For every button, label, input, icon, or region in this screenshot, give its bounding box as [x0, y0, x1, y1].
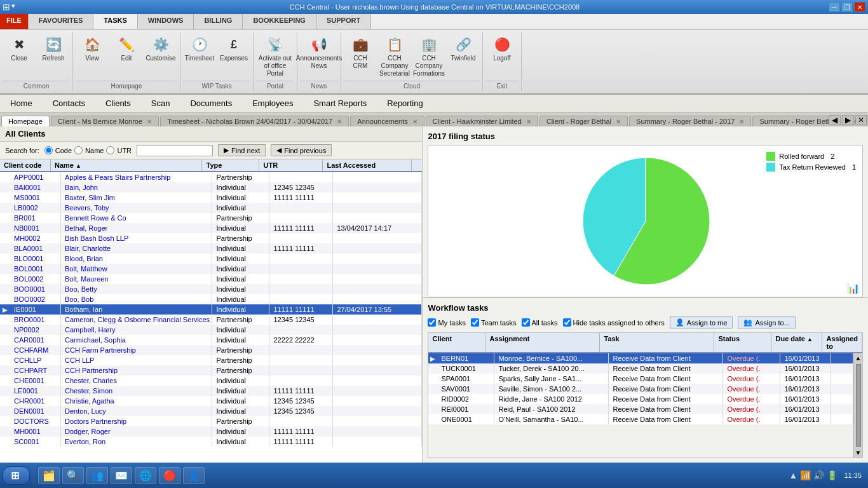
ribbon-tab-bookkeeping[interactable]: BOOKKEEPING: [243, 14, 316, 29]
ribbon-tab-windows[interactable]: WINDOWS: [138, 14, 194, 29]
close-tab-timesheet[interactable]: ✕: [337, 118, 342, 125]
close-button[interactable]: ✕: [854, 2, 865, 12]
table-row[interactable]: BR001Bennett Rowe & CoPartnership: [0, 213, 422, 223]
cch-crm-button[interactable]: 💼 CCH CRM: [344, 32, 377, 72]
close-tab-bernice[interactable]: ✕: [147, 118, 152, 125]
table-row[interactable]: SC0001Everton, RonIndividual11111 11111: [0, 437, 422, 447]
client-name-link[interactable]: Bennett Rowe & Co: [65, 214, 126, 222]
search-input[interactable]: [137, 145, 213, 156]
client-code-link[interactable]: BOL0002: [14, 275, 43, 283]
wf-row[interactable]: ONE0001 O'Neill, Samantha - SA10... Rece…: [428, 414, 853, 424]
client-name-link[interactable]: Christie, Agatha: [65, 397, 114, 405]
client-code-link[interactable]: NB0001: [14, 224, 39, 232]
twinfield-button[interactable]: 🔗 Twinfield: [447, 32, 480, 64]
assign-to-button[interactable]: 👥 Assign to...: [738, 316, 795, 329]
client-name-link[interactable]: Blair, Charlotte: [65, 245, 111, 252]
expenses-button[interactable]: £ Expenses: [217, 32, 250, 64]
client-name-link[interactable]: Beevers, Toby: [65, 204, 109, 212]
logoff-button[interactable]: 🔴 Logoff: [485, 32, 519, 64]
table-row[interactable]: CCHLLPCCH LLPPartnership: [0, 355, 422, 365]
client-code-link[interactable]: BOO0002: [14, 295, 45, 303]
table-row[interactable]: NB0001Bethal, RogerIndividual11111 11111…: [0, 223, 422, 233]
assign-to-me-button[interactable]: 👤 Assign to me: [670, 316, 733, 329]
wf-row[interactable]: REI0001 Reid, Paul - SA100 2012 Receive …: [428, 404, 853, 414]
table-row[interactable]: DEN0001Denton, LucyIndividual12345 12345: [0, 406, 422, 416]
wf-col-assigned[interactable]: Assigned to: [822, 333, 862, 352]
table-row[interactable]: CCHFARMCCH Farm PartnershipPartnership: [0, 345, 422, 355]
tab-announcements[interactable]: Announcements ✕: [350, 116, 424, 126]
client-code-link[interactable]: CAR0001: [14, 336, 44, 344]
table-row[interactable]: MS0001Baxter, Slim JimIndividual11111 11…: [0, 193, 422, 203]
tab-client-roger[interactable]: Client - Roger Bethal ✕: [539, 116, 628, 126]
ribbon-tab-file[interactable]: FILE: [0, 14, 29, 29]
client-name-link[interactable]: Chester, Simon: [65, 387, 112, 395]
tab-client-hawkminster[interactable]: Client - Hawkminster Limited ✕: [426, 116, 538, 126]
table-row[interactable]: MH0002Bish Bash Bosh LLPPartnership: [0, 233, 422, 243]
client-name-link[interactable]: Baxter, Slim Jim: [65, 194, 115, 201]
close-tab-announcements[interactable]: ✕: [412, 118, 417, 125]
search-name-radio[interactable]: [74, 146, 83, 154]
table-row[interactable]: BOL0002Bolt, MaureenIndividual: [0, 274, 422, 284]
restore-button[interactable]: ❐: [841, 2, 853, 12]
client-name-link[interactable]: Bish Bash Bosh LLP: [65, 234, 128, 242]
close-button-ribbon[interactable]: ✖ Close: [3, 32, 36, 64]
col-header-type[interactable]: Type: [202, 159, 259, 171]
nav-documents[interactable]: Documents: [180, 95, 242, 111]
nav-home[interactable]: Home: [0, 95, 43, 111]
find-prev-button[interactable]: ◀ Find previous: [271, 144, 332, 156]
client-name-link[interactable]: Everton, Ron: [65, 438, 105, 445]
client-code-link[interactable]: CCHLLP: [14, 356, 41, 364]
customise-button[interactable]: ⚙️ Customise: [144, 32, 177, 64]
timesheet-button[interactable]: 🕐 Timesheet: [183, 32, 216, 64]
client-code-link[interactable]: BAI0001: [14, 184, 41, 191]
client-name-link[interactable]: Denton, Lucy: [65, 407, 106, 415]
search-name-label[interactable]: Name: [85, 147, 104, 154]
nav-employees[interactable]: Employees: [242, 95, 303, 111]
wf-col-client[interactable]: Client: [428, 333, 485, 352]
client-name-link[interactable]: Boo, Betty: [65, 285, 97, 293]
client-name-link[interactable]: Campbell, Harry: [65, 326, 115, 334]
nav-scan[interactable]: Scan: [141, 95, 180, 111]
cch-secretarial-button[interactable]: 📋 CCH Company Secretarial: [378, 32, 411, 79]
wf-row[interactable]: RID0002 Riddle, Jane - SA100 2012 Receiv…: [428, 394, 853, 404]
close-tab-summary-2017[interactable]: ✕: [739, 118, 744, 125]
wf-row[interactable]: SAV0001 Saville, Simon - SA100 2... Rece…: [428, 384, 853, 394]
client-name-link[interactable]: Boo, Bob: [65, 295, 93, 303]
wf-col-assignment[interactable]: Assignment: [485, 333, 600, 352]
client-code-link[interactable]: LE0001: [14, 387, 38, 395]
cch-formations-button[interactable]: 🏢 CCH Company Formations: [412, 32, 445, 79]
table-row[interactable]: BOO0001Boo, BettyIndividual: [0, 284, 422, 294]
tab-prev[interactable]: ◀: [829, 115, 841, 125]
wf-col-due[interactable]: Due date ▲: [771, 333, 822, 352]
edit-button[interactable]: ✏️ Edit: [110, 32, 143, 64]
table-row[interactable]: BLA0001Blair, CharlotteIndividual11111 1…: [0, 243, 422, 254]
wf-row-selected[interactable]: ▶ BERN01 Monroe, Bernice - SA100... Rece…: [428, 353, 853, 363]
table-row[interactable]: LE0001Chester, SimonIndividual11111 1111…: [0, 386, 422, 396]
wf-scroll-up[interactable]: ▲: [854, 353, 862, 363]
taskbar-pin1[interactable]: 🔴: [159, 467, 180, 484]
client-code-link[interactable]: BRO0001: [14, 316, 44, 323]
tab-close-all[interactable]: ✕: [855, 115, 867, 125]
client-code-link[interactable]: CHE0001: [14, 377, 44, 384]
col-header-accessed[interactable]: Last Accessed: [323, 159, 412, 171]
tab-homepage[interactable]: Homepage: [1, 116, 50, 126]
ribbon-tab-tasks[interactable]: TASKS: [93, 14, 137, 29]
client-code-link[interactable]: APP0001: [14, 173, 43, 181]
minimize-button[interactable]: ─: [829, 2, 840, 12]
activate-ooo-button[interactable]: 📡 Activate out of office Portal: [256, 32, 294, 79]
taskbar-clock[interactable]: 11:35: [840, 471, 865, 479]
ribbon-tab-billing[interactable]: BILLING: [194, 14, 243, 29]
workflow-scroll-area[interactable]: ▶ BERN01 Monroe, Bernice - SA100... Rece…: [428, 353, 853, 458]
client-code-link[interactable]: BLO0001: [14, 255, 43, 262]
wf-row[interactable]: SPA0001 Sparks, Sally Jane - SA1... Rece…: [428, 374, 853, 384]
table-row[interactable]: APP0001Apples & Pears Stairs Partnership…: [0, 172, 422, 182]
client-name-link[interactable]: Blood, Brian: [65, 255, 103, 262]
client-name-link[interactable]: Cameron, Clegg & Osborne Financial Servi…: [65, 316, 210, 323]
client-code-link[interactable]: NP0002: [14, 326, 39, 334]
col-header-name[interactable]: Name ▲: [51, 159, 202, 171]
wf-scroll-down[interactable]: ▼: [854, 448, 862, 458]
client-code-link[interactable]: MH0002: [14, 234, 41, 242]
client-name-link[interactable]: Chester, Charles: [65, 377, 117, 384]
client-name-link[interactable]: Bolt, Maureen: [65, 275, 108, 283]
wf-col-task[interactable]: Task: [600, 333, 714, 352]
